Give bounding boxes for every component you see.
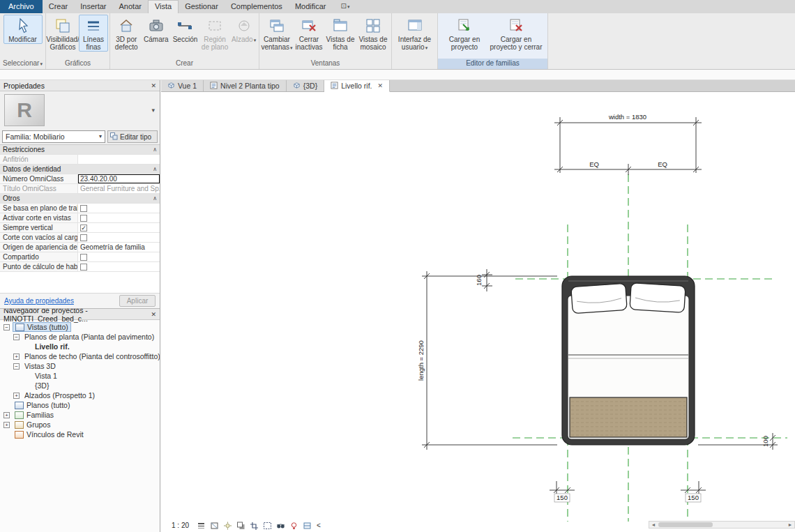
crop-view-icon[interactable] xyxy=(249,521,259,530)
numero-omniclass-value[interactable]: 23.40.20.00 xyxy=(78,174,160,183)
expand-icon[interactable]: + xyxy=(3,412,10,418)
corte-vacios-checkbox[interactable]: ✓ xyxy=(80,234,87,241)
ribbon-tab-insertar[interactable]: Insertar xyxy=(74,0,112,13)
tree-item-vistas-3d[interactable]: − Vistas 3D xyxy=(0,361,160,371)
expand-icon[interactable]: + xyxy=(3,422,10,428)
panel-label-select[interactable]: Seleccionar▾ xyxy=(0,59,45,69)
collapse-icon[interactable]: − xyxy=(13,363,20,370)
collapse-section-icon[interactable]: ∧ xyxy=(153,145,157,154)
detail-level-icon[interactable] xyxy=(196,521,206,530)
dimension-length[interactable] xyxy=(422,271,557,450)
camera-button[interactable]: Cámara xyxy=(142,15,171,44)
expand-icon[interactable]: + xyxy=(13,393,20,399)
origen-apariencia-value[interactable]: Geometría de familia xyxy=(78,243,160,252)
dim-length-text[interactable]: length = 2290 xyxy=(417,340,425,381)
switch-windows-button[interactable]: Cambiar ventanas▾ xyxy=(261,15,293,52)
dimension-width[interactable] xyxy=(554,117,702,173)
dimension-160[interactable] xyxy=(482,269,492,291)
expand-view-bar-icon[interactable]: < xyxy=(315,522,321,529)
caret-down-icon[interactable]: ▾ xyxy=(151,107,155,114)
property-section-datos-identidad[interactable]: Datos de identidad∧ xyxy=(0,165,160,174)
collapse-icon[interactable]: − xyxy=(13,334,20,340)
siempre-vertical-checkbox[interactable]: ✓ xyxy=(80,225,87,231)
visibility-graphics-button[interactable]: Visibilidad/ Gráficos xyxy=(47,15,78,52)
doc-tab-livello-rif[interactable]: Livello rif. ✕ xyxy=(324,80,390,92)
tree-item-livello-rif[interactable]: Livello rif. xyxy=(0,342,160,351)
dim-150-right-text[interactable]: 150 xyxy=(688,494,699,501)
panel-label-windows[interactable]: Ventanas xyxy=(259,59,391,69)
scroll-right-icon[interactable]: ► xyxy=(786,522,794,528)
scroll-left-icon[interactable]: ◄ xyxy=(649,522,658,528)
tree-item-planos-tutto[interactable]: Planos (tutto) xyxy=(0,400,160,410)
analytical-model-icon[interactable] xyxy=(302,521,312,530)
visual-style-icon[interactable] xyxy=(209,521,219,530)
tree-item-grupos[interactable]: + Grupos xyxy=(0,420,160,430)
modify-button[interactable]: Modificar xyxy=(3,15,43,44)
compartido-checkbox[interactable]: ✓ xyxy=(80,254,87,261)
ribbon-tab-complementos[interactable]: Complementos xyxy=(225,0,289,13)
user-interface-button[interactable]: Interfaz de usuario▾ xyxy=(394,15,436,52)
property-section-restricciones[interactable]: Restricciones∧ xyxy=(0,145,160,155)
reveal-hidden-elements-icon[interactable] xyxy=(289,521,298,530)
doc-tab-vue-1[interactable]: Vue 1 xyxy=(161,80,204,91)
tree-item-vista-1[interactable]: Vista 1 xyxy=(0,371,160,381)
dim-100-text[interactable]: 100 xyxy=(762,436,769,447)
thin-lines-button[interactable]: Líneas finas xyxy=(79,15,108,52)
temporary-hide-isolate-icon[interactable] xyxy=(275,521,285,530)
horizontal-scrollbar[interactable]: ◄ ► xyxy=(649,521,795,529)
ribbon-tab-modificar[interactable]: Modificar xyxy=(289,0,333,13)
collapse-section-icon[interactable]: ∧ xyxy=(153,194,157,203)
doc-tab-3d[interactable]: {3D} xyxy=(287,80,324,91)
load-into-project-button[interactable]: Cargar en proyecto xyxy=(441,15,487,52)
tab-views-button[interactable]: Vistas de ficha xyxy=(325,15,356,52)
dim-160-text[interactable]: 160 xyxy=(475,275,483,286)
activar-corte-checkbox[interactable]: ✓ xyxy=(80,215,87,222)
tree-item-familias[interactable]: + Familias xyxy=(0,410,160,420)
tree-item-planos-de-planta[interactable]: − Planos de planta (Pianta del pavimento… xyxy=(0,332,160,342)
tile-views-button[interactable]: Vistas de mosaico xyxy=(356,15,390,52)
expand-icon[interactable]: + xyxy=(13,354,20,360)
doc-tab-nivel-2-planta-tipo[interactable]: Nivel 2 Planta tipo xyxy=(204,80,287,91)
show-crop-region-icon[interactable] xyxy=(262,521,272,530)
sun-path-icon[interactable] xyxy=(222,521,232,530)
view-scale-button[interactable]: 1 : 20 xyxy=(172,522,192,529)
family-category-dropdown[interactable]: Familia: Mobiliario ▾ xyxy=(2,130,105,143)
close-inactive-button[interactable]: Cerrar inactivas xyxy=(294,15,324,52)
tree-item-3d[interactable]: {3D} xyxy=(0,381,160,390)
panel-label-graphics[interactable]: Gráficos xyxy=(46,59,109,69)
close-icon[interactable]: ✕ xyxy=(151,82,156,89)
properties-help-link[interactable]: Ayuda de propiedades xyxy=(4,297,74,305)
scrollbar-thumb[interactable] xyxy=(658,522,713,527)
dim-eq-right-text[interactable]: EQ xyxy=(658,160,667,168)
tree-item-alzados[interactable]: + Alzados (Prospetto 1) xyxy=(0,390,160,400)
section-button[interactable]: Sección xyxy=(171,15,199,44)
close-icon[interactable]: ✕ xyxy=(151,311,156,318)
ribbon-minimize-toggle[interactable]: ⊡▾ xyxy=(337,0,354,13)
tree-item-vinculos-de-revit[interactable]: Vínculos de Revit xyxy=(0,430,160,439)
ribbon-tab-crear[interactable]: Crear xyxy=(43,0,75,13)
dim-150-left-text[interactable]: 150 xyxy=(556,494,568,501)
dim-eq-left-text[interactable]: EQ xyxy=(589,160,599,168)
dimension-eq[interactable] xyxy=(554,164,702,175)
panel-label-family-editor[interactable]: Editor de familias xyxy=(438,59,547,69)
punto-calculo-checkbox[interactable]: ✓ xyxy=(80,264,87,271)
collapse-icon[interactable]: − xyxy=(3,324,10,330)
close-tab-icon[interactable]: ✕ xyxy=(378,82,384,89)
se-basa-checkbox[interactable]: ✓ xyxy=(80,205,87,212)
dim-width-text[interactable]: width = 1830 xyxy=(608,113,646,121)
drawing-area[interactable]: width = 1830 EQ EQ length = 2290 xyxy=(161,92,795,532)
file-menu-button[interactable]: Archivo xyxy=(0,0,43,13)
ribbon-tab-gestionar[interactable]: Gestionar xyxy=(179,0,225,13)
default-3d-view-button[interactable]: 3D por defecto xyxy=(112,15,142,52)
property-section-otros[interactable]: Otros∧ xyxy=(0,194,160,204)
panel-label-create[interactable]: Crear xyxy=(110,59,259,69)
edit-type-button[interactable]: Editar tipo xyxy=(107,130,158,143)
ribbon-tab-anotar[interactable]: Anotar xyxy=(113,0,148,13)
type-selector-preview[interactable]: R ▾ xyxy=(0,91,160,129)
shadows-icon[interactable] xyxy=(236,521,245,530)
load-into-project-close-button[interactable]: Cargar en proyecto y cerrar xyxy=(488,15,544,52)
ribbon-tab-vista[interactable]: Vista xyxy=(148,0,179,13)
tree-item-vistas-tutto[interactable]: − Vistas (tutto) xyxy=(0,322,160,332)
bed-plan[interactable] xyxy=(562,276,695,445)
tree-item-planos-de-techo[interactable]: + Planos de techo (Pianta del controsoff… xyxy=(0,351,160,361)
